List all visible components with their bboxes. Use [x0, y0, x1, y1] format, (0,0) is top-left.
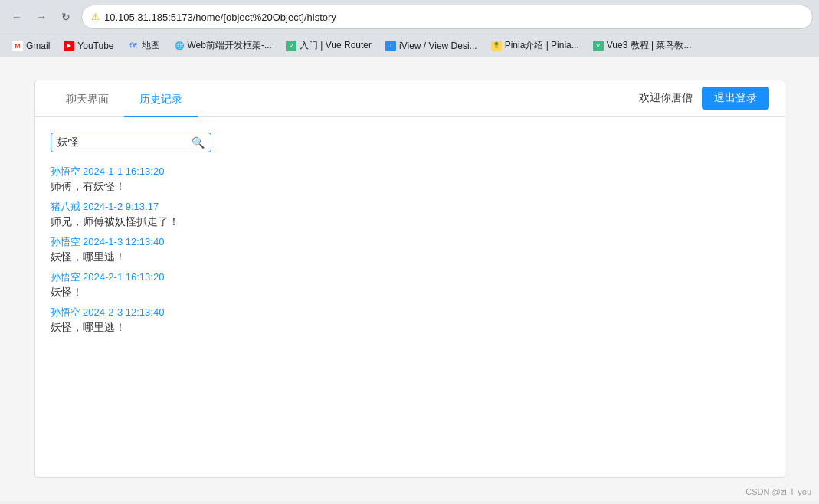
back-button[interactable]: ←	[6, 6, 28, 28]
bookmark-label: Gmail	[26, 41, 50, 51]
bookmark-item[interactable]: V入门 | Vue Router	[280, 37, 378, 54]
vue3-favicon: V	[593, 41, 604, 51]
bookmark-item[interactable]: 🗺地图	[122, 37, 166, 54]
history-entry: 孙悟空 2024-1-1 16:13:20师傅，有妖怪！	[51, 165, 769, 194]
history-message: 妖怪，哪里逃！	[51, 250, 769, 264]
bookmark-label: Web前端开发框架-...	[188, 39, 272, 52]
bookmark-item[interactable]: MGmail	[6, 37, 56, 54]
nav-buttons: ← → ↻	[6, 6, 77, 28]
search-icon[interactable]: 🔍	[192, 136, 205, 149]
tabs-left: 聊天界面 历史记录	[51, 83, 198, 116]
bookmark-item[interactable]: iiView / View Desi...	[379, 37, 483, 54]
bookmark-label: 入门 | Vue Router	[300, 39, 372, 52]
history-meta: 猪八戒 2024-1-2 9:13:17	[51, 200, 769, 214]
forward-button[interactable]: →	[31, 6, 52, 28]
maps-favicon: 🗺	[128, 41, 139, 51]
vuerouter-favicon: V	[286, 41, 296, 51]
history-list: 孙悟空 2024-1-1 16:13:20师傅，有妖怪！猪八戒 2024-1-2…	[51, 165, 769, 335]
history-entry: 孙悟空 2024-2-3 12:13:40妖怪，哪里逃！	[51, 306, 769, 335]
bookmark-label: 地图	[142, 39, 160, 52]
bookmarks-bar: MGmail▶YouTube🗺地图🌐Web前端开发框架-...V入门 | Vue…	[0, 34, 819, 57]
bookmark-item[interactable]: 🌐Web前端开发框架-...	[168, 37, 278, 54]
tab-chat[interactable]: 聊天界面	[51, 83, 124, 117]
bookmark-label: iView / View Desi...	[399, 41, 477, 51]
pinia-favicon: 🍍	[491, 41, 502, 51]
history-entry: 孙悟空 2024-1-3 12:13:40妖怪，哪里逃！	[51, 235, 769, 264]
history-entry: 猪八戒 2024-1-2 9:13:17师兄，师傅被妖怪抓走了！	[51, 200, 769, 229]
main-card: 聊天界面 历史记录 欢迎你唐僧 退出登录 🔍 孙悟空 2024-1-1 16:1…	[34, 80, 785, 478]
history-meta: 孙悟空 2024-1-3 12:13:40	[51, 235, 769, 249]
tabs-header: 聊天界面 历史记录 欢迎你唐僧 退出登录	[35, 80, 785, 117]
welcome-text: 欢迎你唐僧	[639, 91, 693, 105]
history-message: 师傅，有妖怪！	[51, 180, 769, 194]
history-message: 师兄，师傅被妖怪抓走了！	[51, 215, 769, 229]
logout-button[interactable]: 退出登录	[702, 87, 769, 110]
watermark: CSDN @zi_l_you	[745, 487, 811, 496]
bookmark-item[interactable]: ▶YouTube	[57, 37, 120, 54]
bookmark-label: Pinia介绍 | Pinia...	[505, 39, 579, 52]
history-entry: 孙悟空 2024-2-1 16:13:20妖怪！	[51, 270, 769, 299]
history-meta: 孙悟空 2024-2-3 12:13:40	[51, 306, 769, 319]
bookmark-label: Vue3 教程 | 菜鸟教...	[607, 39, 692, 52]
gmail-favicon: M	[12, 41, 23, 51]
history-meta: 孙悟空 2024-2-1 16:13:20	[51, 270, 769, 284]
address-bar[interactable]: ⚠ 10.105.31.185:5173/home/[object%20Obje…	[81, 5, 813, 29]
address-text: 10.105.31.185:5173/home/[object%20Object…	[104, 11, 803, 23]
security-icon: ⚠	[91, 11, 100, 22]
browser-toolbar: ← → ↻ ⚠ 10.105.31.185:5173/home/[object%…	[0, 0, 819, 34]
bookmark-label: YouTube	[77, 41, 113, 51]
tab-history[interactable]: 历史记录	[124, 83, 198, 117]
browser-chrome: ← → ↻ ⚠ 10.105.31.185:5173/home/[object%…	[0, 0, 819, 57]
header-right: 欢迎你唐僧 退出登录	[639, 80, 769, 116]
content-area: 🔍 孙悟空 2024-1-1 16:13:20师傅，有妖怪！猪八戒 2024-1…	[35, 117, 785, 356]
search-input[interactable]	[57, 136, 192, 149]
history-message: 妖怪！	[51, 286, 769, 299]
refresh-button[interactable]: ↻	[55, 6, 77, 28]
youtube-favicon: ▶	[64, 41, 74, 51]
history-message: 妖怪，哪里逃！	[51, 321, 769, 335]
bookmark-item[interactable]: 🍍Pinia介绍 | Pinia...	[485, 37, 585, 54]
iview-favicon: i	[385, 41, 396, 51]
web-favicon: 🌐	[174, 41, 185, 51]
history-meta: 孙悟空 2024-1-1 16:13:20	[51, 165, 769, 178]
bookmark-item[interactable]: VVue3 教程 | 菜鸟教...	[587, 37, 698, 54]
page-content: 聊天界面 历史记录 欢迎你唐僧 退出登录 🔍 孙悟空 2024-1-1 16:1…	[0, 57, 819, 501]
search-container: 🔍	[51, 133, 211, 152]
